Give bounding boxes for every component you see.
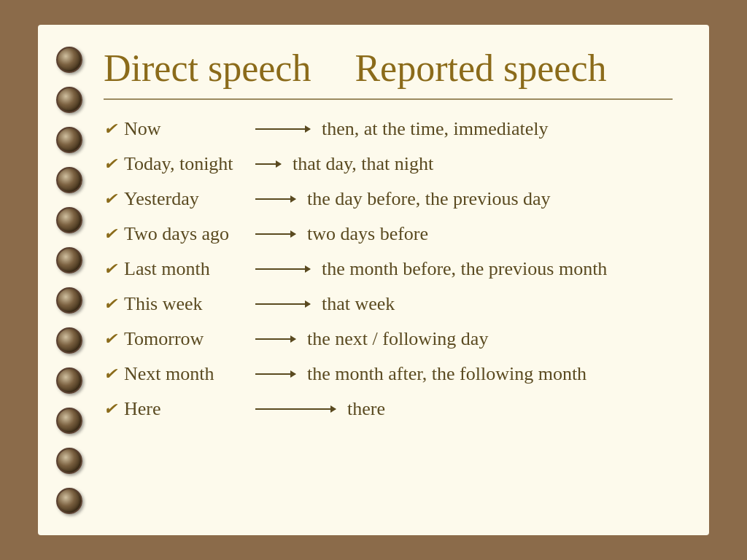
checkmark-icon: ✔ [104,330,117,349]
spiral-ring [56,327,82,354]
table-row: ✔This weekthat week [104,288,673,320]
reported-speech-word: the day before, the previous day [307,188,551,210]
reported-speech-word: that week [322,293,395,315]
direct-speech-word: Two days ago [124,223,255,245]
direct-speech-word: Tomorrow [124,328,255,350]
table-row: ✔Herethere [104,393,673,425]
arrow-icon [255,373,295,375]
spiral-ring [56,448,82,474]
arrow-icon [255,303,310,305]
checkmark-icon: ✔ [104,120,117,139]
spiral-ring [56,287,82,314]
table-row: ✔Last monththe month before, the previou… [104,253,673,285]
spiral-ring [56,167,82,193]
checkmark-icon: ✔ [104,260,117,279]
spiral-ring [56,408,82,434]
reported-speech-word: the next / following day [307,328,488,350]
notebook-outer: Direct speech Reported speech ✔Nowthen, … [23,18,724,542]
table-row: ✔Nowthen, at the time, immediately [104,113,673,145]
direct-speech-word: Yesterday [124,188,255,210]
direct-speech-word: This week [124,293,255,315]
table-row: ✔Next monththe month after, the followin… [104,358,673,390]
direct-speech-word: Last month [124,258,255,280]
direct-speech-word: Here [124,398,255,420]
reported-speech-word: two days before [307,223,428,245]
direct-speech-word: Now [124,118,255,140]
spiral-binding [51,39,88,521]
arrow-icon [255,128,310,130]
direct-speech-word: Next month [124,363,255,385]
header: Direct speech Reported speech [104,47,673,100]
arrow-icon [255,163,281,165]
table-row: ✔Yesterdaythe day before, the previous d… [104,183,673,215]
checkmark-icon: ✔ [104,225,117,244]
reported-speech-word: then, at the time, immediately [322,118,548,140]
direct-speech-word: Today, tonight [124,153,255,175]
spiral-ring [56,127,82,153]
checkmark-icon: ✔ [104,155,117,174]
checkmark-icon: ✔ [104,365,117,384]
reported-speech-word: there [347,398,385,420]
reported-speech-word: the month before, the previous month [322,258,607,280]
table-row: ✔Two days agotwo days before [104,218,673,250]
table-row: ✔Tomorrowthe next / following day [104,323,673,355]
checkmark-icon: ✔ [104,400,117,419]
notebook: Direct speech Reported speech ✔Nowthen, … [38,25,709,535]
arrow-icon [255,408,336,410]
spiral-ring [56,247,82,273]
title-direct: Direct speech [104,47,311,90]
spiral-ring [56,87,82,113]
checkmark-icon: ✔ [104,295,117,314]
arrow-icon [255,338,295,340]
spiral-ring [56,488,82,514]
spiral-ring [56,368,82,394]
reported-speech-word: the month after, the following month [307,363,587,385]
checkmark-icon: ✔ [104,190,117,209]
content-area: ✔Nowthen, at the time, immediately✔Today… [104,113,673,425]
arrow-icon [255,268,310,270]
spiral-ring [56,207,82,233]
table-row: ✔Today, tonightthat day, that night [104,148,673,180]
arrow-icon [255,233,295,235]
arrow-icon [255,198,295,200]
spiral-ring [56,47,82,73]
reported-speech-word: that day, that night [293,153,433,175]
title-reported: Reported speech [355,47,606,90]
